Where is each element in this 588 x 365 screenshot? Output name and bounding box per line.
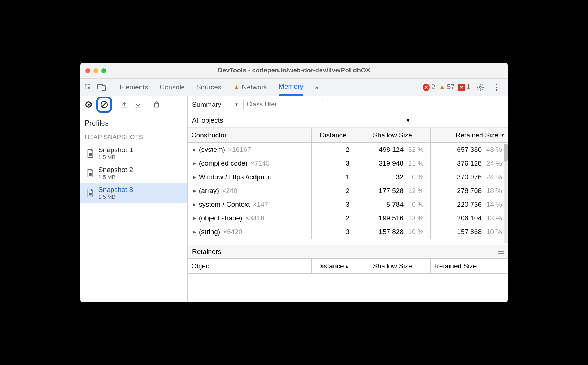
snapshot-item[interactable]: Snapshot 2 1.5 MB [80, 163, 187, 183]
profiles-header: Profiles [80, 113, 187, 130]
expand-icon[interactable]: ▶ [193, 161, 196, 166]
retained-size-value: 157 868 [457, 228, 482, 236]
shallow-size-value: 177 528 [379, 187, 404, 195]
zoom-window-button[interactable] [101, 68, 106, 73]
record-icon[interactable] [83, 98, 95, 111]
retained-size-pct: 10 % [485, 228, 502, 236]
svg-point-3 [479, 86, 481, 88]
tab-memory[interactable]: Memory [279, 79, 303, 96]
table-row[interactable]: ▶ (object shape) ×3416 2 199 51613 % 206… [188, 211, 508, 225]
snapshot-item[interactable]: Snapshot 3 1.5 MB [80, 183, 187, 203]
col-constructor[interactable]: Constructor [188, 128, 312, 142]
constructor-name: (string) [199, 228, 220, 236]
snapshot-item[interactable]: Snapshot 1 1.5 MB [80, 143, 187, 163]
main-tabbar: Elements Console Sources ▲Network Memory… [80, 79, 508, 96]
distance-value: 3 [312, 157, 355, 170]
sidebar-toolbar [80, 96, 187, 113]
constructor-name: (object shape) [199, 214, 242, 222]
snapshot-name: Snapshot 1 [98, 146, 133, 154]
titlebar: DevTools - codepen.io/web-dot-dev/live/P… [80, 63, 508, 79]
table-row[interactable]: ▶ (string) ×6420 3 157 82810 % 157 86810… [188, 225, 508, 239]
svg-rect-14 [91, 194, 92, 195]
shallow-size-pct: 13 % [406, 214, 424, 222]
table-row[interactable]: ▶ Window / https://cdpn.io 1 320 % 370 9… [188, 170, 508, 184]
retainers-title: Retainers [192, 248, 221, 256]
warning-count[interactable]: ▲ 57 [438, 83, 454, 91]
snapshot-file-icon [86, 168, 95, 178]
shallow-size-pct: 10 % [406, 228, 424, 236]
tab-console[interactable]: Console [160, 79, 185, 96]
ret-col-distance[interactable]: Distance▲ [312, 259, 355, 273]
scope-dropdown[interactable]: All objects▼ [188, 113, 508, 128]
svg-rect-2 [102, 86, 105, 91]
svg-line-5 [102, 102, 106, 107]
shallow-size-value: 498 124 [379, 146, 404, 154]
close-window-button[interactable] [85, 68, 90, 73]
expand-icon[interactable]: ▶ [193, 202, 196, 207]
ret-col-retained[interactable]: Retained Size [431, 259, 508, 273]
garbage-collect-icon[interactable] [150, 98, 162, 111]
instance-count: ×3416 [245, 214, 264, 222]
snapshot-file-icon [86, 188, 95, 198]
ret-col-shallow[interactable]: Shallow Size [355, 259, 431, 273]
expand-icon[interactable]: ▶ [193, 229, 196, 234]
instance-count: ×16167 [228, 146, 251, 154]
svg-rect-8 [91, 155, 92, 155]
upload-icon[interactable] [118, 98, 130, 111]
col-retained-size[interactable]: Retained Size▼ [431, 128, 508, 142]
profiles-sidebar: Profiles HEAP SNAPSHOTS Snapshot 1 1.5 M… [80, 96, 188, 302]
warning-icon: ▲ [438, 83, 446, 91]
error-count[interactable]: ✕ 2 [423, 83, 435, 91]
table-row[interactable]: ▶ (array) ×240 2 177 52812 % 278 70818 % [188, 184, 508, 198]
expand-icon[interactable]: ▶ [193, 147, 196, 152]
download-icon[interactable] [132, 98, 144, 111]
tab-more[interactable]: » [315, 79, 319, 96]
shallow-size-value: 319 948 [379, 159, 404, 167]
svg-rect-13 [90, 193, 90, 194]
instance-count: ×147 [253, 201, 268, 208]
inspect-element-icon[interactable] [82, 81, 95, 94]
devtools-window: DevTools - codepen.io/web-dot-dev/live/P… [80, 63, 508, 302]
scrollbar[interactable] [504, 144, 508, 244]
sort-desc-icon: ▼ [500, 133, 505, 138]
device-toolbar-icon[interactable] [95, 81, 108, 94]
snapshot-name: Snapshot 3 [98, 186, 133, 194]
tab-elements[interactable]: Elements [120, 79, 148, 96]
table-row[interactable]: ▶ system / Context ×147 3 5 7840 % 220 7… [188, 198, 508, 211]
retainers-menu-icon[interactable] [498, 250, 504, 254]
snapshot-size: 1.5 MB [98, 194, 133, 200]
class-filter-input[interactable] [243, 99, 323, 110]
table-row[interactable]: ▶ (compiled code) ×7145 3 319 94821 % 37… [188, 157, 508, 170]
expand-icon[interactable]: ▶ [193, 188, 196, 193]
settings-icon[interactable] [474, 81, 487, 94]
instance-count: ×6420 [223, 228, 242, 236]
expand-icon[interactable]: ▶ [193, 216, 196, 221]
snapshot-name: Snapshot 2 [98, 166, 133, 174]
ret-col-object[interactable]: Object [188, 259, 312, 273]
expand-icon[interactable]: ▶ [193, 175, 196, 180]
instance-count: ×240 [222, 187, 237, 195]
warning-icon: ▲ [233, 83, 240, 91]
kebab-menu-icon[interactable]: ⋮ [490, 81, 503, 94]
heap-snapshots-header: HEAP SNAPSHOTS [80, 130, 187, 143]
message-count[interactable]: ✕ 1 [458, 83, 470, 91]
retained-size-value: 370 976 [457, 173, 482, 181]
col-distance[interactable]: Distance [312, 128, 355, 142]
distance-value: 1 [312, 170, 355, 184]
col-shallow-size[interactable]: Shallow Size [355, 128, 431, 142]
table-row[interactable]: ▶ (system) ×16167 2 498 12432 % 657 3804… [188, 143, 508, 157]
tab-network[interactable]: ▲Network [233, 79, 267, 96]
snapshot-file-icon [86, 149, 95, 158]
tab-sources[interactable]: Sources [196, 79, 222, 96]
constructor-name: Window / https://cdpn.io [199, 173, 272, 181]
shallow-size-pct: 0 % [406, 201, 424, 208]
main-panel: Summary▼ All objects▼ Constructor Distan… [188, 96, 508, 302]
minimize-window-button[interactable] [93, 68, 98, 73]
view-dropdown[interactable]: Summary▼ [192, 101, 239, 109]
window-title: DevTools - codepen.io/web-dot-dev/live/P… [80, 67, 508, 74]
retainers-panel: Retainers Object Distance▲ Shallow Size … [188, 245, 508, 302]
constructors-grid: Constructor Distance Shallow Size Retain… [188, 128, 508, 245]
clear-profiles-button[interactable] [96, 97, 112, 113]
shallow-size-pct: 32 % [406, 146, 424, 154]
constructor-name: (compiled code) [199, 159, 248, 167]
